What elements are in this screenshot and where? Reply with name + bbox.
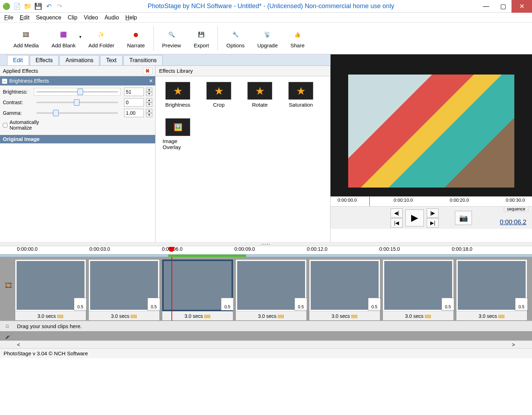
timeline-strip[interactable] bbox=[0, 254, 532, 257]
gamma-slider[interactable] bbox=[34, 109, 121, 117]
spin-down[interactable]: ▼ bbox=[146, 102, 152, 107]
effect-saturation[interactable]: ★Saturation bbox=[286, 82, 316, 108]
brightness-value[interactable]: 51 bbox=[124, 88, 144, 96]
narration-track[interactable]: 🎤 bbox=[0, 331, 532, 340]
star-icon: ★ bbox=[288, 82, 313, 100]
timeline-ruler[interactable]: 0:00:00.0 0:00:03.0 0:00:06.0 0:00:09.0 … bbox=[0, 246, 532, 254]
status-bar: PhotoStage v 3.04 © NCH Software bbox=[0, 348, 532, 358]
effect-crop[interactable]: ★Crop bbox=[204, 82, 234, 108]
open-icon[interactable]: 📁 bbox=[23, 1, 33, 11]
original-image-header[interactable]: Original Image bbox=[0, 135, 155, 143]
undo-icon[interactable]: ↶ bbox=[44, 1, 54, 11]
preview-image bbox=[348, 75, 514, 188]
redo-icon[interactable]: ↷ bbox=[54, 1, 64, 11]
effect-image-overlay[interactable]: 🖼️Image Overlay bbox=[163, 118, 193, 150]
preview-button[interactable]: 🔍Preview bbox=[156, 24, 187, 53]
add-media-button[interactable]: 🎞️Add Media bbox=[7, 24, 45, 53]
share-button[interactable]: 👍Share bbox=[284, 24, 311, 53]
timeline-scrollbar[interactable]: < > bbox=[0, 340, 532, 348]
preview-panel: 0:00:00.0 0:00:10.0 0:00:20.0 0:00:30.0 … bbox=[331, 54, 532, 242]
prev-frame-button[interactable]: ◀| bbox=[391, 208, 403, 218]
clip-2[interactable]: 0.53.0 secs bbox=[88, 259, 160, 321]
tab-text[interactable]: Text bbox=[100, 55, 122, 65]
menu-sequence[interactable]: Sequence bbox=[36, 14, 61, 21]
transition-badge[interactable]: 0.5 bbox=[515, 298, 528, 310]
audio-track[interactable]: ♫ Drag your sound clips here. bbox=[0, 321, 532, 331]
scroll-right-icon[interactable]: > bbox=[512, 342, 515, 348]
preview-viewport[interactable] bbox=[331, 66, 532, 196]
timeline-track[interactable]: 🎞️ 0.53.0 secs 0.53.0 secs 0.53.0 secs 0… bbox=[0, 257, 532, 321]
transition-badge[interactable]: 0.5 bbox=[221, 298, 234, 310]
effect-rotate[interactable]: ★Rotate bbox=[245, 82, 275, 108]
new-icon[interactable]: 📄 bbox=[12, 1, 22, 11]
play-button[interactable]: ▶ bbox=[405, 209, 424, 226]
playhead-icon[interactable] bbox=[369, 197, 370, 206]
menu-file[interactable]: File bbox=[4, 14, 13, 21]
brightness-label: Brightness: bbox=[3, 89, 32, 95]
spin-up[interactable]: ▲ bbox=[146, 109, 152, 113]
close-button[interactable]: ✕ bbox=[511, 0, 532, 13]
clip-5[interactable]: 0.53.0 secs bbox=[309, 259, 380, 321]
clip-6[interactable]: 0.53.0 secs bbox=[382, 259, 454, 321]
tab-animations[interactable]: Animations bbox=[59, 55, 99, 65]
clip-1[interactable]: 0.53.0 secs bbox=[15, 259, 86, 321]
clip-4[interactable]: 0.53.0 secs bbox=[235, 259, 307, 321]
menu-video[interactable]: Video bbox=[84, 14, 98, 21]
upgrade-button[interactable]: 📡Upgrade bbox=[251, 24, 284, 53]
scroll-left-icon[interactable]: < bbox=[17, 342, 20, 348]
audio-hint: Drag your sound clips here. bbox=[17, 323, 82, 329]
tab-edit[interactable]: Edit bbox=[7, 55, 29, 65]
brightness-slider[interactable] bbox=[34, 88, 121, 96]
transition-badge[interactable]: 0.5 bbox=[442, 298, 454, 310]
window-title: PhotoStage by NCH Software - Untitled* -… bbox=[64, 2, 478, 10]
spin-up[interactable]: ▲ bbox=[146, 98, 152, 102]
gamma-value[interactable]: 1.00 bbox=[124, 109, 144, 117]
last-frame-button[interactable]: ▶| bbox=[427, 218, 439, 227]
options-button[interactable]: 🔧Options bbox=[220, 24, 251, 53]
menu-audio[interactable]: Audio bbox=[105, 14, 119, 21]
effects-library-label: Effects Library bbox=[156, 66, 330, 76]
narrate-button[interactable]: ●Narrate bbox=[121, 24, 151, 53]
applied-effects-panel: Applied Effects ✖ −Brightness Effects ✕ … bbox=[0, 66, 156, 242]
brightness-effect-header[interactable]: −Brightness Effects ✕ bbox=[0, 76, 155, 85]
dropdown-icon[interactable]: ▼ bbox=[78, 35, 82, 39]
share-icon: 👍 bbox=[291, 28, 304, 41]
snapshot-button[interactable]: 📷 bbox=[455, 211, 472, 225]
tab-transitions[interactable]: Transitions bbox=[123, 55, 163, 65]
preview-time[interactable]: 0:00:06.2 bbox=[500, 219, 526, 226]
add-blank-button[interactable]: 🟪Add Blank▼ bbox=[45, 24, 82, 53]
transition-badge[interactable]: 0.5 bbox=[74, 298, 87, 310]
preview-ruler[interactable]: 0:00:00.0 0:00:10.0 0:00:20.0 0:00:30.0 bbox=[331, 196, 532, 206]
tab-effects[interactable]: Effects bbox=[30, 55, 59, 65]
maximize-button[interactable]: ▢ bbox=[495, 0, 511, 13]
menu-help[interactable]: Help bbox=[125, 14, 137, 21]
auto-normalize-label: Automatically Normalize bbox=[10, 119, 39, 131]
transition-badge[interactable]: 0.5 bbox=[368, 298, 381, 310]
clip-7[interactable]: 0.53.0 secs bbox=[456, 259, 527, 321]
auto-normalize-checkbox[interactable] bbox=[3, 123, 7, 128]
add-folder-button[interactable]: ✨Add Folder bbox=[82, 24, 121, 53]
contrast-slider[interactable] bbox=[34, 99, 121, 106]
transition-badge[interactable]: 0.5 bbox=[147, 298, 160, 310]
remove-effect-button[interactable]: ✖ bbox=[143, 67, 152, 75]
export-button[interactable]: 💾Export bbox=[187, 24, 215, 53]
save-icon[interactable]: 💾 bbox=[33, 1, 43, 11]
next-frame-button[interactable]: |▶ bbox=[427, 208, 439, 218]
clip-3[interactable]: 0.53.0 secs bbox=[162, 259, 233, 321]
spin-down[interactable]: ▼ bbox=[146, 92, 152, 96]
contrast-value[interactable]: 0 bbox=[124, 98, 144, 107]
gamma-label: Gamma: bbox=[3, 110, 32, 116]
effect-brightness[interactable]: ★Brightness bbox=[163, 82, 193, 108]
close-effect-icon[interactable]: ✕ bbox=[149, 78, 153, 84]
spin-down[interactable]: ▼ bbox=[146, 113, 152, 117]
menu-edit[interactable]: Edit bbox=[20, 14, 30, 21]
menu-clip[interactable]: Clip bbox=[68, 14, 77, 21]
transition-badge[interactable]: 0.5 bbox=[294, 298, 307, 310]
spin-up[interactable]: ▲ bbox=[146, 88, 152, 92]
first-frame-button[interactable]: |◀ bbox=[391, 218, 403, 227]
collapse-icon[interactable]: − bbox=[2, 79, 7, 84]
menubar: File Edit Sequence Clip Video Audio Help bbox=[0, 13, 532, 23]
contrast-label: Contrast: bbox=[3, 100, 32, 105]
minimize-button[interactable]: — bbox=[478, 0, 495, 13]
splitter[interactable]: ••••• bbox=[0, 242, 532, 246]
